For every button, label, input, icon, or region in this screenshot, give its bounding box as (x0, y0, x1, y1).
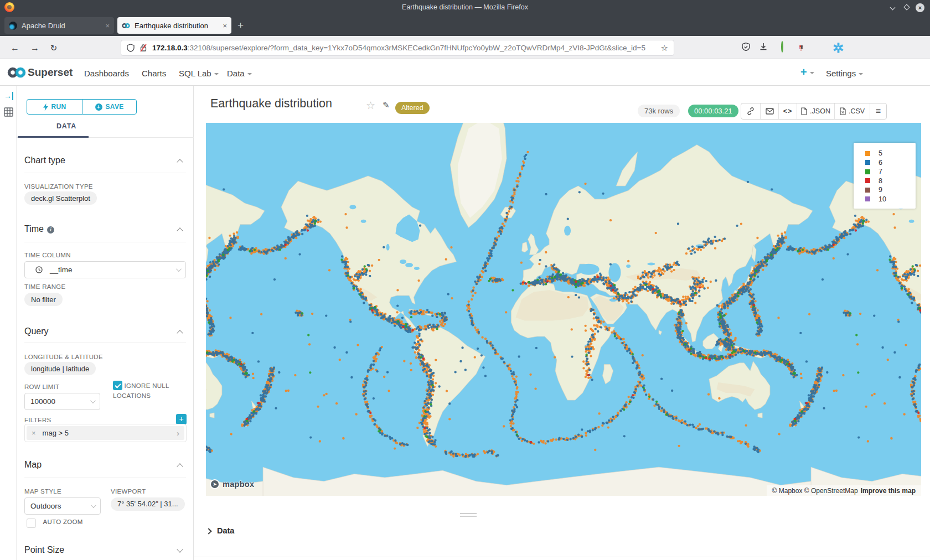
downloads-icon[interactable] (758, 42, 769, 53)
favorite-star-icon[interactable]: ☆ (366, 99, 375, 112)
legend-label: 8 (879, 177, 882, 185)
chevron-right-icon[interactable] (205, 528, 211, 534)
brand-name[interactable]: Superset (28, 66, 73, 79)
section-map[interactable]: Map (24, 460, 42, 470)
altered-badge[interactable]: Altered (395, 102, 430, 114)
mapbox-logo[interactable]: ➤ mapbox (210, 479, 254, 489)
tab-title: Earthquake distribution (135, 22, 219, 30)
legend-item: 6 (854, 158, 916, 168)
url-host: 172.18.0.3 (152, 44, 188, 52)
section-point-size[interactable]: Point Size (24, 545, 64, 555)
section-query[interactable]: Query (24, 326, 49, 336)
collapse-datasource-icon[interactable]: → (4, 92, 13, 100)
legend-swatch (865, 169, 870, 174)
insecure-lock-icon[interactable] (140, 44, 147, 52)
chevron-right-icon[interactable]: › (177, 428, 179, 438)
time-range-value[interactable]: No filter (24, 293, 63, 306)
chevron-down-icon (176, 266, 182, 272)
info-icon[interactable]: i (47, 226, 54, 234)
active-tab-underline (18, 136, 89, 138)
checkbox-unchecked-icon[interactable] (27, 518, 36, 528)
auto-zoom-checkbox[interactable]: AUTO ZOOM (27, 518, 83, 528)
menu-hamburger-icon[interactable] (852, 42, 863, 53)
edit-pencil-icon[interactable]: ✎ (383, 100, 390, 110)
world-map[interactable] (206, 123, 921, 496)
link-icon (747, 107, 755, 115)
legend-swatch (865, 160, 870, 165)
window-maximize-button[interactable] (902, 3, 911, 12)
bookmark-star-icon[interactable]: ☆ (661, 43, 668, 53)
chevron-down-icon (90, 398, 96, 403)
nav-sql-lab[interactable]: SQL Lab (179, 69, 219, 78)
url-path: :32108/superset/explore/?form_data_key=1… (188, 44, 645, 52)
row-limit-select[interactable]: 100000 (24, 393, 100, 410)
permissions-shield-icon[interactable] (127, 44, 135, 52)
control-panel: RUN + SAVE DATA Chart type VISUALIZATION… (17, 86, 194, 560)
forward-button[interactable]: → (28, 41, 42, 55)
lonlat-value[interactable]: longitude | latitude (24, 362, 96, 375)
window-close-button[interactable]: × (916, 3, 924, 12)
nav-settings[interactable]: Settings (826, 69, 863, 78)
legend-label: 9 (879, 186, 882, 194)
extension-stylus-icon[interactable]: ✲ (833, 42, 844, 53)
deckgl-scatterplot-map[interactable]: 5678910 ➤ mapbox © Mapbox © OpenStreetMa… (206, 123, 921, 496)
export-json-button[interactable]: .JSON (797, 103, 834, 119)
tab-close-icon[interactable]: × (223, 22, 227, 30)
superset-logo-icon[interactable] (7, 66, 27, 79)
export-csv-button[interactable]: .CSV (834, 103, 870, 119)
nav-new-button[interactable]: + (800, 66, 814, 79)
back-button[interactable]: ← (8, 41, 22, 55)
url-bar[interactable]: 172.18.0.3:32108/superset/explore/?form_… (121, 40, 674, 56)
protections-shield-icon[interactable] (740, 42, 751, 53)
viewport-value[interactable]: 7° 35' 54.02" | 31... (111, 497, 185, 511)
tab-close-icon[interactable]: × (105, 22, 110, 30)
chevron-up-icon[interactable] (177, 463, 183, 469)
viz-type-value[interactable]: deck.gl Scatterplot (24, 191, 97, 205)
chevron-down-icon[interactable] (177, 546, 183, 552)
nav-charts[interactable]: Charts (142, 69, 166, 78)
superset-favicon (122, 22, 130, 30)
panel-resize-handle[interactable] (460, 513, 477, 517)
attribution-text[interactable]: © Mapbox © OpenStreetMap (772, 487, 858, 495)
dataset-grid-icon[interactable] (4, 107, 13, 117)
save-button[interactable]: + SAVE (82, 99, 137, 115)
ignore-null-checkbox[interactable]: IGNORE NULL LOCATIONS (113, 381, 185, 401)
time-column-select[interactable]: __time (24, 261, 186, 278)
nav-data[interactable]: Data (227, 69, 252, 78)
superset-navbar (0, 59, 930, 86)
filter-pill[interactable]: × mag > 5 › (27, 426, 184, 440)
tab-apache-druid[interactable]: Apache Druid × (4, 17, 114, 34)
checkbox-checked-icon[interactable] (113, 381, 122, 390)
more-menu-button[interactable]: ≡ (870, 103, 886, 119)
url-text[interactable]: 172.18.0.3:32108/superset/explore/?form_… (152, 44, 656, 52)
add-filter-button[interactable]: + (176, 414, 187, 424)
tab-data[interactable]: DATA (39, 122, 94, 130)
extension-greasemonkey-icon[interactable] (777, 42, 788, 53)
chevron-up-icon[interactable] (177, 159, 183, 165)
new-tab-button[interactable]: + (237, 19, 244, 32)
email-button[interactable] (760, 103, 778, 119)
nav-dashboards[interactable]: Dashboards (84, 69, 129, 78)
druid-favicon (9, 22, 17, 30)
firefox-icon (4, 2, 14, 12)
map-style-label: MAP STYLE (24, 488, 61, 495)
extension-cookie-icon[interactable] (814, 42, 825, 53)
chevron-down-icon (810, 72, 814, 74)
copy-link-button[interactable] (741, 103, 760, 119)
map-style-select[interactable]: Outdoors (24, 497, 101, 515)
run-button[interactable]: RUN (27, 99, 82, 115)
data-panel-toggle[interactable]: Data (217, 526, 234, 535)
extension-ublock-icon[interactable]: u2 (795, 42, 807, 53)
time-column-value: __time (50, 266, 73, 274)
improve-map-link[interactable]: Improve this map (861, 487, 916, 495)
remove-filter-icon[interactable]: × (32, 429, 36, 437)
tab-earthquake-distribution[interactable]: Earthquake distribution × (117, 17, 231, 34)
section-chart-type[interactable]: Chart type (24, 155, 65, 165)
reload-button[interactable]: ↻ (46, 41, 61, 55)
embed-code-button[interactable]: <> (778, 103, 797, 119)
window-minimize-button[interactable] (888, 3, 897, 12)
lonlat-label: LONGITUDE & LATITUDE (24, 354, 103, 360)
chevron-up-icon[interactable] (177, 227, 183, 234)
section-time[interactable]: Timei (24, 224, 54, 234)
chevron-up-icon[interactable] (177, 330, 183, 336)
